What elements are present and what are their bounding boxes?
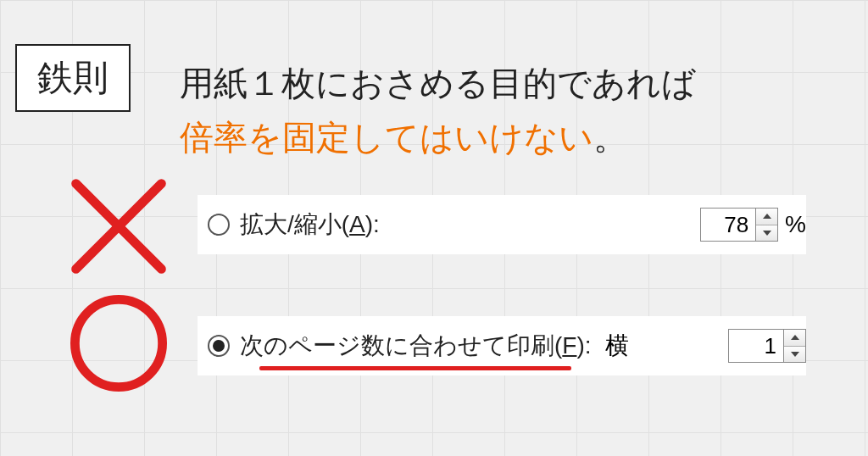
fit-option-label: 次のページ数に合わせて印刷(F): [240,330,592,362]
svg-marker-6 [791,352,799,357]
fit-label-key: F [562,332,576,359]
svg-marker-5 [791,335,799,340]
fit-input[interactable] [729,330,783,362]
scale-label-post: ): [365,211,380,237]
scale-spin-down[interactable] [756,225,777,242]
fit-radio[interactable] [208,335,230,357]
fit-label-post: ): [576,332,591,359]
scale-label-key: A [349,211,365,237]
heading-line1: 用紙１枚におさめる目的であれば [180,64,696,102]
chevron-up-icon [763,214,771,219]
heading-line2-tail: 。 [593,119,627,156]
chevron-up-icon [791,335,799,340]
chevron-down-icon [791,352,799,357]
fit-spin-down[interactable] [784,347,805,363]
scale-option-row: 拡大/縮小(A): % [198,195,806,254]
scale-option-label: 拡大/縮小(A): [240,209,380,241]
heading-line2-emph: 倍率を固定してはいけない [180,119,593,156]
fit-trail-label: 横 [605,330,629,362]
chevron-down-icon [763,231,771,236]
scale-spinner[interactable] [700,208,778,242]
scale-spin-up[interactable] [756,209,777,225]
rule-badge: 鉄則 [15,44,131,112]
svg-point-2 [75,299,162,386]
svg-marker-3 [763,214,771,219]
circle-mark-icon [68,292,170,394]
scale-unit: % [785,211,806,238]
scale-label-pre: 拡大/縮小( [240,211,349,237]
heading: 用紙１枚におさめる目的であれば 倍率を固定してはいけない。 [180,56,696,164]
emphasis-underline [259,366,571,370]
fit-spin-up[interactable] [784,330,805,347]
scale-input[interactable] [701,209,755,241]
fit-label-pre: 次のページ数に合わせて印刷( [240,332,562,359]
fit-spinner[interactable] [728,329,806,363]
cross-mark-icon [68,175,170,277]
svg-marker-4 [763,231,771,236]
scale-radio[interactable] [208,214,230,236]
